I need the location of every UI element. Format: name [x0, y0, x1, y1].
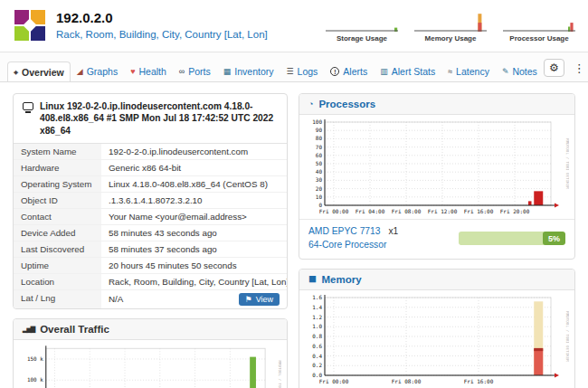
device-os-title: Linux 192-0-2-0.ip.linodeusercontent.com… [40, 100, 278, 137]
overall-traffic-header: ▂▅▇ Overall Traffic [14, 319, 287, 340]
memory-title: Memory [322, 274, 362, 285]
row-value: Rack, Room, Building, City, Country [Lat… [101, 274, 287, 289]
svg-text:RRDTOOL / TOBI OETIKER: RRDTOOL / TOBI OETIKER [565, 138, 569, 189]
logs-icon: ☰ [287, 68, 294, 76]
memory-usage-label: Memory Usage [425, 34, 477, 43]
svg-text:0.6: 0.6 [312, 343, 322, 349]
table-row: Lat / Lng N/A ⚑ View [14, 290, 287, 308]
tab-logs[interactable]: ☰ Logs [280, 61, 325, 81]
svg-text:40: 40 [316, 168, 323, 175]
processor-usage-label: Processor Usage [509, 34, 568, 43]
cpu-name-link[interactable]: AMD EPYC 7713 [308, 226, 381, 236]
notes-icon: ✎ [502, 68, 509, 76]
view-map-label: View [256, 295, 273, 304]
storage-usage-sparkline[interactable] [326, 12, 398, 32]
device-info-panel: Linux 192-0-2-0.ip.linodeusercontent.com… [13, 93, 288, 309]
table-row: Device Added 58 minutes 43 seconds ago [14, 225, 287, 241]
tab-alert-stats-label: Alert Stats [392, 66, 435, 77]
kebab-menu-icon[interactable]: ⋮ [571, 62, 588, 75]
tab-health[interactable]: ♥ Health [124, 61, 173, 81]
memory-chart-wrap: 1.61.41.21.00.80.60.40.20.0Fri 00:00Fri … [299, 290, 574, 388]
cpu-row: AMD EPYC 7713 x1 64-Core Processor 5% [299, 219, 574, 259]
table-row: Last Discovered 58 minutes 37 seconds ag… [14, 241, 287, 258]
device-title: 192.0.2.0 [56, 10, 268, 25]
row-label: Uptime [14, 258, 101, 273]
row-value: 192-0-2-0.ip.linodeusercontent.com [101, 144, 287, 159]
cpu-count: x1 [388, 226, 398, 236]
overview-icon: ⌖ [14, 69, 18, 77]
overall-traffic-title: Overall Traffic [40, 324, 109, 335]
tab-graphs-label: Graphs [87, 66, 118, 77]
right-column: ◔ Processors 1009080706050403020100Fri 0… [299, 93, 575, 388]
table-row: Uptime 20 hours 45 minutes 50 seconds [14, 258, 287, 274]
processor-usage-sparkline[interactable] [503, 12, 575, 32]
table-row: Hardware Generic x86 64-bit [14, 160, 287, 176]
tab-notes-label: Notes [512, 66, 536, 77]
overall-traffic-panel: ▂▅▇ Overall Traffic 150 k100 k50 kRRDTOO… [13, 318, 288, 388]
tab-latency-label: Latency [456, 66, 489, 77]
gear-icon[interactable]: ⚙ [544, 59, 564, 77]
svg-text:1.4: 1.4 [312, 304, 322, 310]
centos-logo-icon [14, 10, 45, 41]
svg-text:90: 90 [316, 127, 323, 133]
row-label: Lat / Lng [14, 290, 101, 308]
alerts-icon: ! [330, 67, 339, 76]
tabbar-controls: ⚙ ⋮ [544, 59, 588, 81]
row-label: Hardware [14, 160, 101, 175]
memory-panel: ▦ Memory 1.61.41.21.00.80.60.40.20.0Fri … [299, 269, 575, 388]
memory-chip-icon: ▦ [308, 275, 317, 283]
cpu-names: AMD EPYC 7713 x1 64-Core Processor [308, 225, 398, 252]
tab-ports[interactable]: ∞ Ports [173, 61, 217, 81]
tab-alert-stats[interactable]: ▥ Alert Stats [374, 61, 441, 81]
table-row: Contact Your Name <your@email.address> [14, 209, 287, 225]
svg-text:Fri 04:00: Fri 04:00 [356, 208, 385, 214]
processors-title: Processors [318, 99, 375, 109]
table-row: Operating System Linux 4.18.0-408.el8.x8… [14, 176, 287, 193]
device-os-header: Linux 192-0-2-0.ip.linodeusercontent.com… [14, 94, 287, 144]
row-label: Device Added [14, 225, 101, 241]
device-location-link[interactable]: Rack, Room, Building, City, Country [Lat… [56, 29, 268, 40]
row-value: 58 minutes 43 seconds ago [101, 225, 287, 241]
processor-usage-mini: Processor Usage [503, 12, 575, 43]
svg-text:60: 60 [316, 152, 323, 158]
ports-icon: ∞ [179, 68, 185, 76]
tab-overview-label: Overview [22, 67, 64, 78]
overall-traffic-graph[interactable]: 150 k100 k50 kRRDTOOL / TOBI OETIKER [19, 343, 281, 388]
processors-header: ◔ Processors [299, 94, 574, 115]
tab-latency[interactable]: ≈ Latency [441, 61, 496, 81]
inventory-icon: ▦ [223, 68, 232, 76]
latlng-value: N/A [109, 294, 123, 304]
cpu-model-link[interactable]: 64-Core Processor [308, 240, 386, 250]
processors-graph[interactable]: 1009080706050403020100Fri 00:00Fri 04:00… [305, 118, 569, 217]
row-value: N/A ⚑ View [101, 290, 287, 308]
view-map-button[interactable]: ⚑ View [239, 293, 280, 306]
row-value: Your Name <your@email.address> [101, 209, 287, 224]
overall-traffic-chart-wrap: 150 k100 k50 kRRDTOOL / TOBI OETIKER [14, 340, 287, 388]
row-value: 20 hours 45 minutes 50 seconds [101, 258, 287, 273]
svg-text:Fri 08:00: Fri 08:00 [392, 378, 422, 384]
table-row: System Name 192-0-2-0.ip.linodeuserconte… [14, 144, 287, 160]
device-titles: 192.0.2.0 Rack, Room, Building, City, Co… [56, 10, 268, 42]
svg-text:1.0: 1.0 [312, 323, 322, 329]
svg-text:50: 50 [316, 160, 323, 166]
row-value: .1.3.6.1.4.1.8072.3.2.10 [101, 193, 287, 208]
tab-alerts[interactable]: ! Alerts [324, 61, 374, 81]
tab-overview[interactable]: ⌖ Overview [7, 62, 71, 82]
svg-text:20: 20 [316, 185, 323, 192]
row-value: 58 minutes 37 seconds ago [101, 241, 287, 257]
svg-text:0.2: 0.2 [312, 362, 322, 368]
tab-notes[interactable]: ✎ Notes [496, 61, 544, 81]
tab-graphs[interactable]: ◢ Graphs [71, 61, 124, 81]
row-value: Generic x86 64-bit [101, 160, 287, 175]
svg-text:70: 70 [316, 144, 323, 150]
cpu-usage-progress-bar: 5% [459, 232, 565, 245]
alert-stats-icon: ▥ [380, 68, 388, 76]
svg-text:1.6: 1.6 [312, 294, 322, 300]
storage-usage-label: Storage Usage [337, 34, 387, 43]
memory-graph[interactable]: 1.61.41.21.00.80.60.40.20.0Fri 00:00Fri … [305, 293, 569, 387]
bar-chart-icon: ▂▅▇ [23, 326, 34, 333]
svg-text:Fri 08:00: Fri 08:00 [392, 208, 422, 214]
memory-usage-sparkline[interactable] [414, 12, 487, 32]
tab-inventory[interactable]: ▦ Inventory [217, 61, 280, 81]
row-value: Linux 4.18.0-408.el8.x86_64 (CentOS 8) [101, 176, 287, 192]
